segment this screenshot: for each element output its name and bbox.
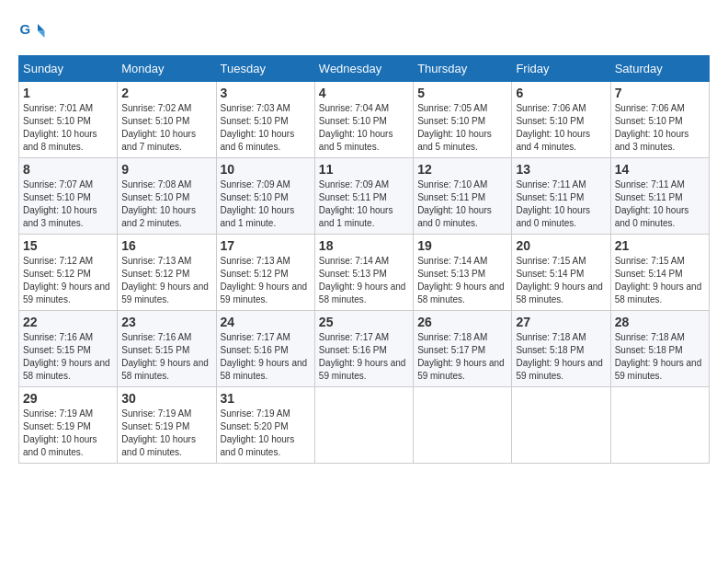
day-detail: Sunrise: 7:17 AM Sunset: 5:16 PM Dayligh… — [221, 331, 311, 383]
day-number: 4 — [319, 86, 409, 100]
calendar-cell: 29 Sunrise: 7:19 AM Sunset: 5:19 PM Dayl… — [19, 387, 118, 464]
day-detail: Sunrise: 7:12 AM Sunset: 5:12 PM Dayligh… — [23, 255, 113, 306]
calendar-cell: 15 Sunrise: 7:12 AM Sunset: 5:12 PM Dayl… — [19, 235, 118, 311]
day-detail: Sunrise: 7:18 AM Sunset: 5:18 PM Dayligh… — [516, 331, 606, 383]
calendar-cell: 27 Sunrise: 7:18 AM Sunset: 5:18 PM Dayl… — [512, 311, 610, 387]
calendar-cell: 6 Sunrise: 7:06 AM Sunset: 5:10 PM Dayli… — [512, 82, 610, 158]
calendar-cell: 3 Sunrise: 7:03 AM Sunset: 5:10 PM Dayli… — [216, 82, 314, 158]
day-number: 9 — [121, 162, 211, 177]
calendar-cell: 8 Sunrise: 7:07 AM Sunset: 5:10 PM Dayli… — [19, 158, 118, 235]
day-number: 3 — [221, 86, 311, 100]
day-number: 23 — [121, 315, 211, 329]
calendar-cell: 9 Sunrise: 7:08 AM Sunset: 5:10 PM Dayli… — [118, 158, 216, 235]
day-detail: Sunrise: 7:17 AM Sunset: 5:16 PM Dayligh… — [319, 331, 409, 383]
calendar-cell: 28 Sunrise: 7:18 AM Sunset: 5:18 PM Dayl… — [610, 311, 709, 387]
day-detail: Sunrise: 7:02 AM Sunset: 5:10 PM Dayligh… — [121, 102, 211, 154]
calendar-cell — [512, 387, 610, 464]
calendar-cell: 11 Sunrise: 7:09 AM Sunset: 5:11 PM Dayl… — [314, 158, 413, 235]
day-number: 20 — [516, 238, 606, 253]
day-number: 25 — [319, 315, 409, 329]
day-number: 17 — [221, 238, 311, 253]
day-detail: Sunrise: 7:10 AM Sunset: 5:11 PM Dayligh… — [417, 178, 507, 230]
calendar-week-3: 15 Sunrise: 7:12 AM Sunset: 5:12 PM Dayl… — [19, 235, 710, 311]
calendar-cell: 4 Sunrise: 7:04 AM Sunset: 5:10 PM Dayli… — [314, 82, 413, 158]
calendar-cell: 1 Sunrise: 7:01 AM Sunset: 5:10 PM Dayli… — [19, 82, 118, 158]
day-detail: Sunrise: 7:13 AM Sunset: 5:12 PM Dayligh… — [121, 255, 211, 306]
calendar-cell: 13 Sunrise: 7:11 AM Sunset: 5:11 PM Dayl… — [512, 158, 610, 235]
day-number: 2 — [121, 86, 211, 100]
calendar-week-5: 29 Sunrise: 7:19 AM Sunset: 5:19 PM Dayl… — [19, 387, 710, 464]
calendar-cell — [314, 387, 413, 464]
calendar-cell: 2 Sunrise: 7:02 AM Sunset: 5:10 PM Dayli… — [118, 82, 216, 158]
day-detail: Sunrise: 7:09 AM Sunset: 5:10 PM Dayligh… — [221, 178, 311, 230]
calendar-cell: 16 Sunrise: 7:13 AM Sunset: 5:12 PM Dayl… — [118, 235, 216, 311]
day-number: 27 — [516, 315, 606, 329]
calendar-cell: 10 Sunrise: 7:09 AM Sunset: 5:10 PM Dayl… — [216, 158, 314, 235]
calendar-cell: 12 Sunrise: 7:10 AM Sunset: 5:11 PM Dayl… — [414, 158, 512, 235]
day-number: 21 — [615, 238, 705, 253]
calendar-week-2: 8 Sunrise: 7:07 AM Sunset: 5:10 PM Dayli… — [19, 158, 710, 235]
svg-marker-1 — [38, 24, 45, 31]
calendar-week-1: 1 Sunrise: 7:01 AM Sunset: 5:10 PM Dayli… — [19, 82, 710, 158]
calendar-cell: 20 Sunrise: 7:15 AM Sunset: 5:14 PM Dayl… — [512, 235, 610, 311]
day-number: 24 — [221, 315, 311, 329]
calendar-cell — [610, 387, 709, 464]
calendar-cell: 18 Sunrise: 7:14 AM Sunset: 5:13 PM Dayl… — [314, 235, 413, 311]
calendar-cell — [414, 387, 512, 464]
calendar: SundayMondayTuesdayWednesdayThursdayFrid… — [18, 55, 710, 464]
svg-marker-2 — [38, 31, 45, 39]
day-number: 13 — [516, 162, 606, 177]
calendar-header-wednesday: Wednesday — [314, 56, 413, 82]
day-detail: Sunrise: 7:05 AM Sunset: 5:10 PM Dayligh… — [417, 102, 507, 154]
calendar-cell: 17 Sunrise: 7:13 AM Sunset: 5:12 PM Dayl… — [216, 235, 314, 311]
day-detail: Sunrise: 7:09 AM Sunset: 5:11 PM Dayligh… — [319, 178, 409, 230]
day-detail: Sunrise: 7:19 AM Sunset: 5:20 PM Dayligh… — [221, 408, 311, 459]
day-number: 11 — [319, 162, 409, 177]
calendar-header-tuesday: Tuesday — [216, 56, 314, 82]
day-number: 7 — [615, 86, 705, 100]
day-number: 22 — [23, 315, 113, 329]
day-detail: Sunrise: 7:14 AM Sunset: 5:13 PM Dayligh… — [319, 255, 409, 306]
day-detail: Sunrise: 7:15 AM Sunset: 5:14 PM Dayligh… — [615, 255, 705, 306]
calendar-cell: 24 Sunrise: 7:17 AM Sunset: 5:16 PM Dayl… — [216, 311, 314, 387]
calendar-header-sunday: Sunday — [19, 56, 118, 82]
day-number: 14 — [615, 162, 705, 177]
day-detail: Sunrise: 7:19 AM Sunset: 5:19 PM Dayligh… — [121, 408, 211, 459]
calendar-header-thursday: Thursday — [414, 56, 512, 82]
day-number: 1 — [23, 86, 113, 100]
day-detail: Sunrise: 7:13 AM Sunset: 5:12 PM Dayligh… — [221, 255, 311, 306]
calendar-cell: 14 Sunrise: 7:11 AM Sunset: 5:11 PM Dayl… — [610, 158, 709, 235]
day-number: 31 — [221, 391, 311, 406]
calendar-cell: 22 Sunrise: 7:16 AM Sunset: 5:15 PM Dayl… — [19, 311, 118, 387]
day-detail: Sunrise: 7:15 AM Sunset: 5:14 PM Dayligh… — [516, 255, 606, 306]
day-number: 8 — [23, 162, 113, 177]
day-number: 15 — [23, 238, 113, 253]
calendar-header-monday: Monday — [118, 56, 216, 82]
day-detail: Sunrise: 7:18 AM Sunset: 5:18 PM Dayligh… — [615, 331, 705, 383]
calendar-cell: 5 Sunrise: 7:05 AM Sunset: 5:10 PM Dayli… — [414, 82, 512, 158]
day-number: 12 — [417, 162, 507, 177]
day-detail: Sunrise: 7:19 AM Sunset: 5:19 PM Dayligh… — [23, 408, 113, 459]
day-number: 6 — [516, 86, 606, 100]
calendar-header-row: SundayMondayTuesdayWednesdayThursdayFrid… — [19, 56, 710, 82]
svg-text:G: G — [20, 21, 31, 37]
day-number: 29 — [23, 391, 113, 406]
day-number: 26 — [417, 315, 507, 329]
day-detail: Sunrise: 7:06 AM Sunset: 5:10 PM Dayligh… — [615, 102, 705, 154]
day-detail: Sunrise: 7:03 AM Sunset: 5:10 PM Dayligh… — [221, 102, 311, 154]
day-number: 28 — [615, 315, 705, 329]
day-number: 30 — [121, 391, 211, 406]
page-header: G — [18, 18, 710, 46]
calendar-cell: 23 Sunrise: 7:16 AM Sunset: 5:15 PM Dayl… — [118, 311, 216, 387]
calendar-cell: 31 Sunrise: 7:19 AM Sunset: 5:20 PM Dayl… — [216, 387, 314, 464]
day-number: 19 — [417, 238, 507, 253]
day-detail: Sunrise: 7:16 AM Sunset: 5:15 PM Dayligh… — [121, 331, 211, 383]
calendar-header-friday: Friday — [512, 56, 610, 82]
day-detail: Sunrise: 7:14 AM Sunset: 5:13 PM Dayligh… — [417, 255, 507, 306]
calendar-header-saturday: Saturday — [610, 56, 709, 82]
calendar-cell: 25 Sunrise: 7:17 AM Sunset: 5:16 PM Dayl… — [314, 311, 413, 387]
day-number: 10 — [221, 162, 311, 177]
calendar-week-4: 22 Sunrise: 7:16 AM Sunset: 5:15 PM Dayl… — [19, 311, 710, 387]
day-detail: Sunrise: 7:16 AM Sunset: 5:15 PM Dayligh… — [23, 331, 113, 383]
calendar-cell: 7 Sunrise: 7:06 AM Sunset: 5:10 PM Dayli… — [610, 82, 709, 158]
